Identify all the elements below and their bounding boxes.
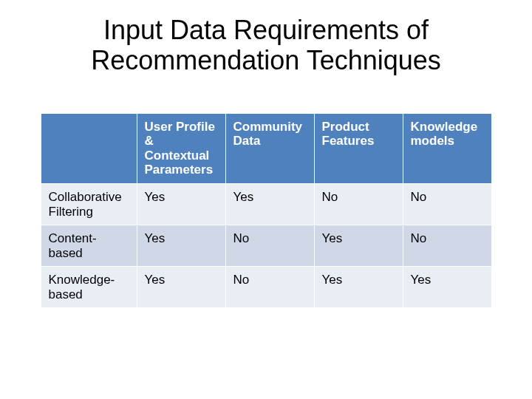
cell: No [225,267,314,308]
row-label: Content-based [41,225,137,267]
cell: Yes [314,225,403,267]
cell: Yes [314,267,403,308]
requirements-table: User Profile & Contextual Parameters Com… [41,113,492,308]
cell: No [314,183,403,225]
cell: Yes [225,183,314,225]
cell: No [403,183,491,225]
cell: No [225,225,314,267]
row-label: Knowledge-based [41,267,137,308]
table-row: Knowledge-based Yes No Yes Yes [41,267,491,308]
slide: Input Data Requirements of Recommendatio… [0,0,532,399]
col-header: User Profile & Contextual Parameters [137,113,225,183]
cell: Yes [137,267,225,308]
cell: Yes [403,267,491,308]
page-title: Input Data Requirements of Recommendatio… [30,15,502,76]
cell: Yes [137,225,225,267]
col-header: Community Data [225,113,314,183]
cell: Yes [137,183,225,225]
row-label: Collaborative Filtering [41,183,137,225]
header-blank [41,113,137,183]
cell: No [403,225,491,267]
table-row: Collaborative Filtering Yes Yes No No [41,183,491,225]
table-header-row: User Profile & Contextual Parameters Com… [41,113,491,183]
col-header: Knowledge models [403,113,491,183]
col-header: Product Features [314,113,403,183]
table-row: Content-based Yes No Yes No [41,225,491,267]
